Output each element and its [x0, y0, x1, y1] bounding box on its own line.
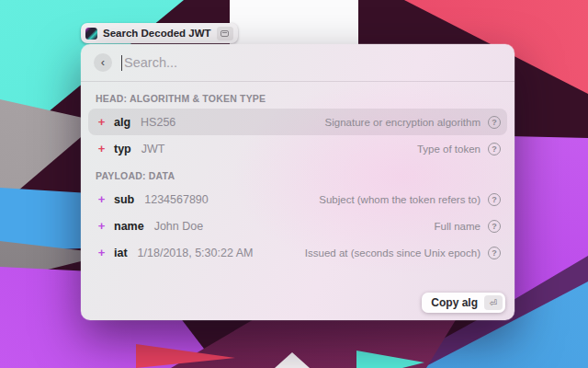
copy-alg-button[interactable]: Copy alg ⏎ — [422, 293, 505, 313]
back-button[interactable]: ‹ — [94, 53, 112, 72]
plus-icon: + — [96, 246, 107, 259]
claim-description: Type of token — [417, 144, 481, 155]
claim-key: iat — [114, 247, 128, 259]
plus-icon: + — [96, 115, 107, 129]
claim-value: 1234567890 — [144, 193, 209, 206]
claim-value: John Doe — [154, 220, 204, 233]
claim-key: sub — [114, 193, 134, 206]
row-sub[interactable]: + sub 1234567890 Subject (whom the token… — [88, 186, 507, 213]
row-alg[interactable]: + alg HS256 Signature or encryption algo… — [88, 109, 507, 135]
claim-value: JWT — [141, 143, 165, 155]
desktop: Search Decoded JWT ‹ HEAD: ALGORITHM & T… — [0, 0, 588, 368]
search-input[interactable] — [124, 55, 502, 70]
help-icon[interactable]: ? — [488, 143, 501, 155]
claim-description: Signature or encryption algorithm — [325, 117, 481, 128]
command-breadcrumb[interactable]: Search Decoded JWT — [81, 23, 238, 43]
results-list: HEAD: ALGORITHM & TOKEN TYPE + alg HS256… — [81, 82, 514, 320]
chevron-left-icon: ‹ — [101, 55, 105, 69]
claim-value: HS256 — [141, 116, 175, 129]
pinned-window-keycap[interactable] — [217, 27, 233, 40]
claim-key: typ — [114, 143, 131, 155]
section-title-head: HEAD: ALGORITHM & TOKEN TYPE — [88, 85, 507, 109]
help-icon[interactable]: ? — [488, 193, 501, 206]
command-title: Search Decoded JWT — [103, 28, 211, 39]
claim-description: Subject (whom the token refers to) — [319, 194, 481, 205]
search-bar: ‹ — [81, 44, 514, 81]
help-icon[interactable]: ? — [488, 116, 501, 129]
claim-key: alg — [114, 116, 130, 129]
jwt-app-icon — [85, 28, 97, 40]
help-icon[interactable]: ? — [488, 247, 501, 259]
plus-icon: + — [96, 192, 107, 206]
claim-description: Full name — [435, 221, 481, 232]
plus-icon: + — [96, 219, 107, 233]
row-name[interactable]: + name John Doe Full name ? — [88, 213, 507, 239]
claim-description: Issued at (seconds since Unix epoch) — [305, 247, 481, 259]
window-icon — [220, 30, 229, 37]
command-panel: ‹ HEAD: ALGORITHM & TOKEN TYPE + alg HS2… — [81, 44, 514, 320]
help-icon[interactable]: ? — [488, 220, 501, 233]
text-cursor — [121, 55, 122, 71]
plus-icon: + — [96, 142, 107, 155]
claim-key: name — [114, 220, 144, 233]
claim-value: 1/18/2018, 5:30:22 AM — [138, 247, 254, 259]
copy-alg-label: Copy alg — [431, 296, 478, 309]
row-typ[interactable]: + typ JWT Type of token ? — [88, 135, 507, 162]
row-iat[interactable]: + iat 1/18/2018, 5:30:22 AM Issued at (s… — [88, 239, 507, 266]
enter-key-icon: ⏎ — [484, 295, 503, 310]
section-title-payload: PAYLOAD: DATA — [88, 162, 507, 186]
